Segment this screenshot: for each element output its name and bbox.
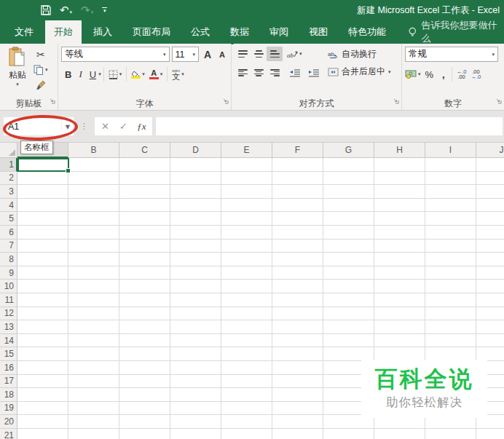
cell-D11[interactable] <box>170 293 221 307</box>
cell-B14[interactable] <box>68 334 119 348</box>
enter-icon[interactable]: ✓ <box>114 121 133 132</box>
tab-1[interactable]: 开始 <box>45 20 82 44</box>
column-header-I[interactable]: I <box>425 143 476 158</box>
cell-B1[interactable] <box>68 158 119 172</box>
cell-C13[interactable] <box>119 320 170 334</box>
cell-H12[interactable] <box>374 307 425 321</box>
cell-G21[interactable] <box>323 429 374 439</box>
undo-dropdown-icon[interactable]: ▾ <box>70 9 73 15</box>
number-format-combobox[interactable]: 常规 ▾ <box>405 47 498 62</box>
row-header-5[interactable]: 5 <box>0 212 17 226</box>
cell-B3[interactable] <box>68 185 119 199</box>
cell-E16[interactable] <box>221 361 272 375</box>
cell-C7[interactable] <box>119 240 170 253</box>
row-header-13[interactable]: 13 <box>0 320 17 334</box>
row-header-12[interactable]: 12 <box>0 307 17 321</box>
row-header-19[interactable]: 19 <box>0 402 17 416</box>
cancel-icon[interactable]: ✕ <box>96 121 114 132</box>
italic-button[interactable]: I <box>75 68 85 80</box>
cell-E1[interactable] <box>221 158 272 172</box>
cell-G13[interactable] <box>323 320 374 334</box>
tell-me-box[interactable]: 告诉我你想要做什么 <box>408 20 504 44</box>
cell-D3[interactable] <box>170 185 221 199</box>
cell-B20[interactable] <box>68 415 119 429</box>
cell-E19[interactable] <box>221 402 272 416</box>
cell-F20[interactable] <box>272 415 323 429</box>
cell-C8[interactable] <box>119 253 170 266</box>
cell-F14[interactable] <box>272 334 323 348</box>
cell-H11[interactable] <box>374 293 425 307</box>
cell-H10[interactable] <box>374 280 425 293</box>
cell-E4[interactable] <box>221 199 272 213</box>
cell-A1[interactable] <box>17 158 68 172</box>
cell-H21[interactable] <box>374 429 425 439</box>
underline-button[interactable]: U ▾ <box>86 69 101 80</box>
tab-8[interactable]: 特色功能 <box>339 20 395 44</box>
column-header-D[interactable]: D <box>170 143 221 158</box>
cell-J4[interactable] <box>476 199 504 213</box>
cell-D2[interactable] <box>170 172 221 186</box>
row-header-11[interactable]: 11 <box>0 293 17 307</box>
cell-H5[interactable] <box>374 212 425 226</box>
format-painter-button[interactable] <box>34 79 48 91</box>
cell-I2[interactable] <box>425 172 476 186</box>
row-header-9[interactable]: 9 <box>0 266 17 280</box>
cell-J2[interactable] <box>476 172 504 186</box>
cell-B16[interactable] <box>68 361 119 375</box>
cell-A16[interactable] <box>17 361 68 375</box>
cell-F10[interactable] <box>272 280 323 293</box>
cell-J10[interactable] <box>476 280 504 293</box>
cell-F13[interactable] <box>272 320 323 334</box>
row-header-14[interactable]: 14 <box>0 334 17 348</box>
cell-B15[interactable] <box>68 347 119 361</box>
cell-D18[interactable] <box>170 388 221 402</box>
cell-F6[interactable] <box>272 226 323 240</box>
cell-B4[interactable] <box>68 199 119 213</box>
cell-B5[interactable] <box>68 212 119 226</box>
cell-D20[interactable] <box>170 415 221 429</box>
alignment-dialog-launcher-icon[interactable] <box>393 94 399 107</box>
cell-C9[interactable] <box>119 266 170 280</box>
row-header-4[interactable]: 4 <box>0 199 17 213</box>
cell-E20[interactable] <box>221 415 272 429</box>
cut-button[interactable]: ✂ <box>34 49 48 60</box>
cell-G11[interactable] <box>323 293 374 307</box>
cell-A18[interactable] <box>17 388 68 402</box>
cell-D5[interactable] <box>170 212 221 226</box>
cell-B6[interactable] <box>68 226 119 240</box>
cell-C6[interactable] <box>119 226 170 240</box>
cell-J21[interactable] <box>476 429 504 439</box>
cell-C17[interactable] <box>119 375 170 389</box>
undo-button[interactable]: ↶ ▾ <box>60 5 72 15</box>
font-name-combobox[interactable]: 等线 ▾ <box>61 47 170 62</box>
cell-G4[interactable] <box>323 199 374 213</box>
cell-A19[interactable] <box>17 402 68 416</box>
tab-7[interactable]: 视图 <box>300 20 336 44</box>
cell-H15[interactable] <box>374 347 425 361</box>
cell-G10[interactable] <box>323 280 374 293</box>
row-header-7[interactable]: 7 <box>0 240 17 253</box>
cell-B2[interactable] <box>68 172 119 186</box>
cell-G9[interactable] <box>323 266 374 280</box>
column-header-J[interactable]: J <box>476 143 504 158</box>
cell-J13[interactable] <box>476 320 504 334</box>
tab-4[interactable]: 公式 <box>182 20 218 44</box>
cell-D14[interactable] <box>170 334 221 348</box>
clipboard-dialog-launcher-icon[interactable] <box>49 94 55 107</box>
cell-F11[interactable] <box>272 293 323 307</box>
cell-C19[interactable] <box>119 402 170 416</box>
row-header-15[interactable]: 15 <box>0 347 17 361</box>
cell-E3[interactable] <box>221 185 272 199</box>
cell-D19[interactable] <box>170 402 221 416</box>
cell-C14[interactable] <box>119 334 170 348</box>
cell-A5[interactable] <box>17 212 68 226</box>
cell-A21[interactable] <box>17 429 68 439</box>
cell-I13[interactable] <box>425 320 476 334</box>
cell-G3[interactable] <box>323 185 374 199</box>
increase-decimal-button[interactable]: ←.0 .00 <box>454 69 469 79</box>
cell-B7[interactable] <box>68 240 119 253</box>
cell-J5[interactable] <box>476 212 504 226</box>
comma-style-button[interactable]: , <box>438 69 449 80</box>
cell-F16[interactable] <box>272 361 323 375</box>
cell-G6[interactable] <box>323 226 374 240</box>
